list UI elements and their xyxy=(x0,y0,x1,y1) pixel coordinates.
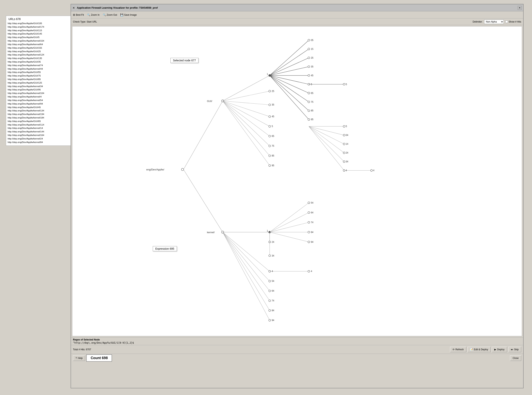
svg-point-112 xyxy=(269,300,271,302)
svg-point-70 xyxy=(343,125,345,127)
window-icon: ✕ xyxy=(73,6,76,9)
url-list-panel: URLs 678 http://dep.eng/Dev/Appfw/GUI/10… xyxy=(6,16,73,146)
svg-text:74: 74 xyxy=(271,299,274,302)
svg-text:64: 64 xyxy=(311,211,314,214)
hits-bar: Total # Hits: 6707 ⟳ Refresh 📝 Edit & De… xyxy=(71,345,523,354)
best-fit-button[interactable]: ⊞ Best Fit xyxy=(73,13,84,16)
svg-point-13 xyxy=(269,90,271,92)
url-list-item: http://dep.eng/Dev/Appfw/kernel/74 xyxy=(8,64,71,67)
title-close-button[interactable]: ✕ xyxy=(518,6,522,10)
url-list-item: http://dep.eng/Dev/Appfw/GUI/125 xyxy=(8,81,71,85)
show-hits-checkbox[interactable] xyxy=(505,20,508,23)
edit-deploy-button[interactable]: 📝 Edit & Deploy xyxy=(467,347,491,352)
url-list-item: http://dep.eng/Dev/Appfw/kernel/54 xyxy=(8,99,71,102)
save-image-button[interactable]: 💾 Save Image xyxy=(120,13,137,16)
svg-text:05: 05 xyxy=(311,39,314,42)
url-list-item: http://dep.eng/Dev/Appfw/GUI/105 xyxy=(8,22,71,25)
svg-point-43 xyxy=(308,57,310,59)
url-list-item: http://dep.eng/Dev/Appfw/GUI/25 xyxy=(8,50,71,53)
svg-text:84: 84 xyxy=(311,231,314,234)
svg-text:4: 4 xyxy=(373,169,375,172)
skip-button[interactable]: ⏭ Skip xyxy=(508,347,521,352)
svg-point-37 xyxy=(308,39,310,41)
url-list-item: http://dep.eng/Dev/Appfw/kernel/124 xyxy=(8,53,71,57)
total-hits-label: Total # Hits: 6707 xyxy=(73,348,91,351)
svg-text:5: 5 xyxy=(271,125,273,128)
url-list-item: http://dep.eng/Dev/Appfw/GUI/95 xyxy=(8,88,71,92)
svg-text:15: 15 xyxy=(311,48,314,50)
url-list-item: http://dep.eng/Dev/Appfw/kernel/114 xyxy=(8,123,71,127)
best-fit-icon: ⊞ xyxy=(73,13,75,16)
svg-text:85: 85 xyxy=(311,109,314,112)
svg-text:35: 35 xyxy=(311,65,314,68)
bottom-bar: ? Help Count 698 Close xyxy=(71,354,523,362)
delimiter-select[interactable]: Non Alpha Alpha Slash xyxy=(484,20,504,24)
url-list-item: http://dep.eng/Dev/Appfw/kernel/174 xyxy=(8,25,71,29)
svg-text:24: 24 xyxy=(346,151,348,154)
svg-point-58 xyxy=(308,92,310,94)
zoom-out-icon: 🔍 xyxy=(103,13,106,16)
url-list-item: http://dep.eng/Dev/Appfw/kernel/44 xyxy=(8,67,71,71)
zoom-in-button[interactable]: 🔍 Zoom In xyxy=(87,13,100,16)
svg-text:eng/Dev/Appfw/: eng/Dev/Appfw/ xyxy=(146,168,164,171)
save-icon: 💾 xyxy=(120,13,123,16)
toolbar: ⊞ Best Fit 🔍 Zoom In 🔍 Zoom Out 💾 Save I… xyxy=(71,11,523,18)
svg-point-25 xyxy=(269,135,271,137)
svg-text:94: 94 xyxy=(271,319,274,322)
url-list-item: http://dep.eng/Dev/Appfw/kernel/134 xyxy=(8,109,71,113)
svg-point-106 xyxy=(269,280,271,282)
svg-text:14: 14 xyxy=(346,143,348,145)
svg-point-103 xyxy=(308,270,310,272)
svg-point-67 xyxy=(308,118,310,121)
svg-text:GUI/: GUI/ xyxy=(207,100,212,103)
url-list-item: http://dep.eng/Dev/Appfw/kernel/164 xyxy=(8,134,71,137)
svg-point-88 xyxy=(371,170,373,171)
delimiter-label: Delimiter: xyxy=(472,20,483,23)
svg-point-34 xyxy=(269,165,271,166)
check-type-label: Check Type: Start URL xyxy=(73,20,97,23)
svg-point-64 xyxy=(308,110,310,112)
svg-text:85: 85 xyxy=(271,154,274,157)
regex-value: ^http://dep\.eng/Dev/Appfw/GUI/1[0-9]{1,… xyxy=(73,341,521,344)
svg-text:04: 04 xyxy=(346,134,348,137)
svg-text:74: 74 xyxy=(311,221,314,224)
url-list-item: http://dep.eng/Dev/Appfw/kernel/154 xyxy=(8,39,71,43)
svg-point-46 xyxy=(308,66,310,68)
deploy-button[interactable]: ▶ Deploy xyxy=(492,347,507,352)
zoom-out-button[interactable]: 🔍 Zoom Out xyxy=(103,13,117,16)
url-list-item: http://dep.eng/Dev/Appfw/GUI/5 xyxy=(8,36,71,39)
regex-bar: Regex of Selected Node ^http://dep\.eng/… xyxy=(71,337,523,345)
url-list-item: http://dep.eng/Dev/Appfw/GUI/55 xyxy=(8,71,71,74)
url-list-item: http://dep.eng/Dev/Appfw/kernel/144 xyxy=(8,130,71,134)
svg-text:75: 75 xyxy=(311,101,314,103)
svg-text:25: 25 xyxy=(311,56,314,59)
url-list-item: http://dep.eng/Dev/Appfw/kernel/64 xyxy=(8,43,71,46)
svg-point-4 xyxy=(181,168,184,171)
svg-point-97 xyxy=(269,255,271,257)
svg-text:95: 95 xyxy=(311,118,314,121)
svg-text:5: 5 xyxy=(346,125,347,128)
svg-text:34: 34 xyxy=(346,160,348,163)
svg-point-133 xyxy=(308,241,310,243)
svg-point-130 xyxy=(308,231,310,233)
url-list-item: http://dep.eng/Dev/Appfw/GUI/85 xyxy=(8,78,71,81)
svg-text:54: 54 xyxy=(311,201,314,204)
svg-point-61 xyxy=(308,101,310,103)
svg-text:45: 45 xyxy=(311,74,314,77)
main-window: ✕ Application Firewall Learning Visualiz… xyxy=(71,4,524,388)
url-list-title: URLs 678 xyxy=(8,17,71,21)
help-icon: ? xyxy=(76,357,77,360)
svg-text:34: 34 xyxy=(271,254,274,257)
check-type-bar: Check Type: Start URL Delimiter: Non Alp… xyxy=(71,18,523,25)
svg-text:5: 5 xyxy=(346,83,347,86)
svg-text:75: 75 xyxy=(271,145,274,147)
svg-text:65: 65 xyxy=(271,135,274,137)
url-list-item: http://dep.eng/Dev/Appfw/kernel/14 xyxy=(8,126,71,130)
svg-point-31 xyxy=(269,155,271,157)
help-button[interactable]: ? Help xyxy=(73,355,85,361)
refresh-button[interactable]: ⟳ Refresh xyxy=(450,347,466,352)
window-title: Application Firewall Learning Visualizer… xyxy=(77,6,518,9)
zoom-in-icon: 🔍 xyxy=(87,13,90,16)
close-button[interactable]: Close xyxy=(510,355,521,361)
url-list-item: http://dep.eng/Dev/Appfw/GUI/45 xyxy=(8,106,71,109)
